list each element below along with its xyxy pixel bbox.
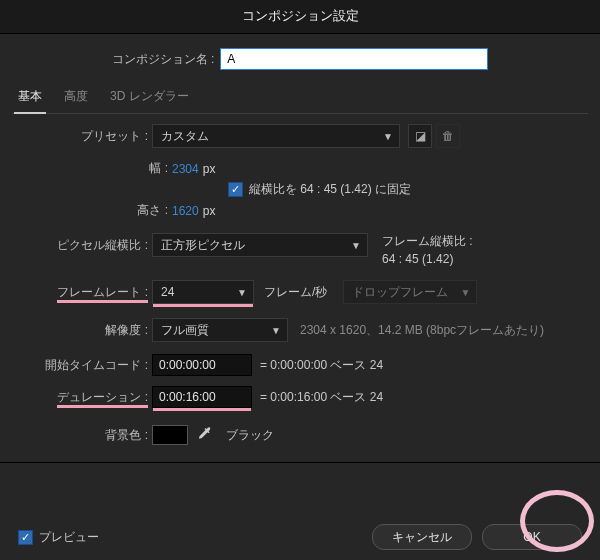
ok-button[interactable]: OK xyxy=(482,524,582,550)
preset-select[interactable]: カスタム ▼ xyxy=(152,124,400,148)
resolution-value: フル画質 xyxy=(161,322,209,339)
preset-save-button[interactable]: ◪ xyxy=(408,124,432,148)
fps-value: 24 xyxy=(161,285,174,299)
chevron-down-icon: ▼ xyxy=(460,287,470,298)
save-preset-icon: ◪ xyxy=(415,129,426,143)
width-unit: px xyxy=(203,162,216,176)
eyedropper-icon xyxy=(197,426,213,445)
comp-name-input[interactable] xyxy=(220,48,488,70)
chevron-down-icon: ▼ xyxy=(237,287,247,298)
duration-eq: = 0:00:16:00 ベース 24 xyxy=(260,389,383,406)
dialog-title: コンポジション設定 xyxy=(242,8,359,23)
comp-name-label: コンポジション名 : xyxy=(112,51,215,68)
drop-frame-select: ドロップフレーム ▼ xyxy=(343,280,477,304)
lock-aspect-checkbox[interactable]: ✓ xyxy=(228,182,243,197)
trash-icon: 🗑 xyxy=(442,129,454,143)
fps-select[interactable]: 24 ▼ xyxy=(152,280,254,304)
start-tc-label: 開始タイムコード : xyxy=(20,357,152,374)
par-label: ピクセル縦横比 : xyxy=(20,233,152,254)
start-tc-eq: = 0:00:00:00 ベース 24 xyxy=(260,357,383,374)
drop-frame-value: ドロップフレーム xyxy=(352,284,448,301)
tab-3d-renderer[interactable]: 3D レンダラー xyxy=(108,84,191,113)
par-value: 正方形ピクセル xyxy=(161,237,245,254)
eyedropper-button[interactable] xyxy=(194,424,216,446)
resolution-info: 2304 x 1620、14.2 MB (8bpcフレームあたり) xyxy=(300,322,544,339)
chevron-down-icon: ▼ xyxy=(383,131,393,142)
chevron-down-icon: ▼ xyxy=(351,240,361,251)
frame-ar-value: 64 : 45 (1.42) xyxy=(382,252,473,266)
bg-label: 背景色 : xyxy=(20,427,152,444)
fps-label: フレームレート : xyxy=(20,284,152,301)
preset-value: カスタム xyxy=(161,128,209,145)
duration-label: デュレーション : xyxy=(20,389,152,406)
frame-ar-label: フレーム縦横比 : xyxy=(382,233,473,250)
start-tc-input[interactable]: 0:00:00:00 xyxy=(152,354,252,376)
tab-basic[interactable]: 基本 xyxy=(16,84,44,113)
fps-unit: フレーム/秒 xyxy=(264,284,327,301)
tab-advanced[interactable]: 高度 xyxy=(62,84,90,113)
resolution-select[interactable]: フル画質 ▼ xyxy=(152,318,288,342)
footer: ✓ プレビュー キャンセル OK xyxy=(0,524,600,550)
resolution-label: 解像度 : xyxy=(20,322,152,339)
tabs: 基本 高度 3D レンダラー xyxy=(12,84,588,114)
bg-color-swatch[interactable] xyxy=(152,425,188,445)
preview-checkbox[interactable]: ✓ xyxy=(18,530,33,545)
content-area: コンポジション名 : 基本 高度 3D レンダラー プリセット : カスタム ▼… xyxy=(0,34,600,463)
preset-label: プリセット : xyxy=(20,128,152,145)
chevron-down-icon: ▼ xyxy=(271,325,281,336)
height-unit: px xyxy=(203,204,216,218)
height-label: 高さ : xyxy=(20,202,172,219)
duration-input[interactable]: 0:00:16:00 xyxy=(152,386,252,408)
preview-label: プレビュー xyxy=(39,529,99,546)
bg-name: ブラック xyxy=(226,427,274,444)
cancel-button[interactable]: キャンセル xyxy=(372,524,472,550)
width-label: 幅 : xyxy=(20,160,172,177)
lock-aspect-label: 縦横比を 64 : 45 (1.42) に固定 xyxy=(249,181,411,198)
form: プリセット : カスタム ▼ ◪ 🗑 幅 : 2304 px ✓ 縦横比を 64… xyxy=(12,124,588,446)
separator xyxy=(0,462,600,463)
title-bar: コンポジション設定 xyxy=(0,0,600,34)
height-value[interactable]: 1620 xyxy=(172,204,199,218)
comp-name-row: コンポジション名 : xyxy=(12,48,588,70)
par-select[interactable]: 正方形ピクセル ▼ xyxy=(152,233,368,257)
preset-delete-button[interactable]: 🗑 xyxy=(436,124,460,148)
width-value[interactable]: 2304 xyxy=(172,162,199,176)
